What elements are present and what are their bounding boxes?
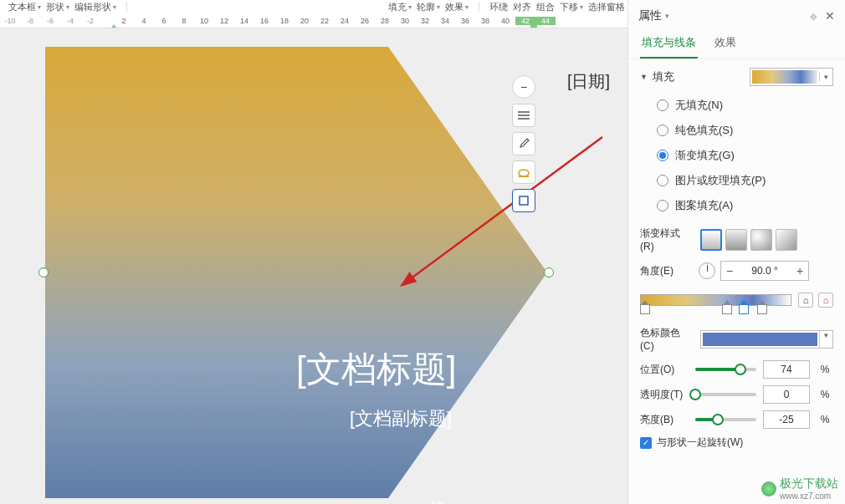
grad-stop-1[interactable]: [640, 304, 650, 316]
transparency-label: 透明度(T): [640, 388, 689, 402]
position-label: 位置(O): [640, 363, 689, 377]
transparency-value[interactable]: 0: [763, 385, 810, 404]
stop-color-dropdown[interactable]: ▾: [700, 330, 833, 349]
gradient-bar[interactable]: [640, 294, 791, 306]
tb-effects[interactable]: 效果▾: [445, 1, 469, 13]
remove-stop-button[interactable]: ⌂: [818, 293, 833, 308]
grad-style-linear[interactable]: [700, 229, 722, 251]
angle-spinner[interactable]: − 90.0 ° +: [720, 261, 809, 281]
gradient-editor[interactable]: ⌂ ⌂: [640, 289, 833, 318]
toolbar-mid: 填充▾ 轮廓▾ 效果▾: [388, 1, 469, 13]
grad-style-options: [700, 229, 797, 251]
resize-handle-left[interactable]: [38, 267, 49, 277]
tb-fill[interactable]: 填充▾: [388, 1, 412, 13]
position-slider[interactable]: [695, 368, 756, 371]
panel-header: 属性▾ ⟐ ✕: [628, 0, 845, 28]
pentagon-shape-svg: [45, 47, 547, 498]
tb-down[interactable]: 下移▾: [560, 1, 583, 13]
tb-wrap[interactable]: 环绕: [489, 1, 508, 13]
grad-style-radial[interactable]: [750, 229, 772, 251]
angle-minus[interactable]: −: [721, 264, 738, 277]
pin-icon[interactable]: ⟐: [810, 9, 817, 23]
radio-solid-fill[interactable]: 纯色填充(S): [657, 123, 828, 138]
radio-gradient-fill[interactable]: 渐变填充(G): [657, 148, 828, 163]
watermark-icon: [761, 481, 776, 496]
selected-shape[interactable]: [文档标题] [文档副标题] 摘: [45, 47, 547, 498]
radio-picture-fill[interactable]: 图片或纹理填充(P): [657, 173, 828, 188]
ruler-margin-marker[interactable]: [530, 23, 537, 28]
doc-title-placeholder[interactable]: [文档标题]: [296, 346, 456, 393]
fill-tool-button[interactable]: [512, 160, 535, 184]
grad-stop-3[interactable]: [739, 304, 749, 316]
angle-label: 角度(E): [640, 264, 694, 278]
position-value[interactable]: 74: [763, 360, 810, 379]
tb-shape[interactable]: 形状▾: [46, 1, 69, 13]
svg-marker-0: [45, 47, 547, 498]
tb-editshape[interactable]: 编辑形状▾: [74, 1, 116, 13]
panel-title[interactable]: 属性▾: [638, 8, 669, 23]
svg-point-2: [519, 170, 529, 176]
add-stop-button[interactable]: ⌂: [798, 293, 813, 308]
close-icon[interactable]: ✕: [825, 9, 835, 23]
rotate-with-shape-row[interactable]: ✓ 与形状一起旋转(W): [640, 435, 833, 450]
doc-bottom-text: 摘: [430, 498, 445, 504]
resize-handle-right[interactable]: [544, 267, 554, 277]
rotate-label: 与形状一起旋转(W): [657, 435, 743, 450]
transparency-slider[interactable]: [695, 393, 756, 396]
watermark: 极光下载站 www.xz7.com: [761, 476, 838, 501]
tb-align[interactable]: 对齐: [513, 1, 531, 13]
grad-stop-2[interactable]: [722, 304, 732, 316]
floating-palette: −: [512, 75, 537, 212]
tb-selpane[interactable]: 选择窗格: [588, 1, 625, 13]
toolbar-right: 环绕 对齐 组合 下移▾ 选择窗格: [489, 1, 625, 13]
grad-stop-4[interactable]: [757, 304, 767, 316]
fill-type-radios: 无填充(N) 纯色填充(S) 渐变填充(G) 图片或纹理填充(P) 图案填充(A…: [640, 93, 833, 218]
doc-subtitle-placeholder[interactable]: [文档副标题]: [350, 406, 452, 431]
radio-no-fill[interactable]: 无填充(N): [657, 98, 828, 113]
angle-plus[interactable]: +: [791, 264, 808, 277]
svg-rect-3: [520, 196, 528, 205]
brightness-value[interactable]: -25: [763, 410, 810, 429]
tb-group[interactable]: 组合: [536, 1, 555, 13]
outline-view-button[interactable]: [512, 104, 535, 127]
tb-outline[interactable]: 轮廓▾: [417, 1, 440, 13]
tb-textbox[interactable]: 文本框▾: [8, 1, 41, 13]
crop-tool-button[interactable]: [512, 189, 535, 212]
grad-style-opt4[interactable]: [776, 229, 797, 251]
rotate-checkbox[interactable]: ✓: [640, 437, 652, 449]
brightness-slider[interactable]: [695, 418, 756, 421]
page: [文档标题] [文档副标题] 摘 [日期]: [45, 38, 547, 504]
toolbar-left: 文本框▾ 形状▾ 编辑形状▾: [8, 1, 116, 13]
grad-style-label: 渐变样式(R): [640, 227, 694, 252]
zoom-out-button[interactable]: −: [512, 75, 535, 99]
brightness-label: 亮度(B): [640, 413, 689, 427]
grad-style-opt2[interactable]: [725, 229, 747, 251]
panel-tabs: 填充与线条 效果: [628, 28, 845, 59]
fill-section: ▼填充 ▾ 无填充(N) 纯色填充(S) 渐变填充(G) 图片或纹理填充(P) …: [628, 59, 845, 458]
stop-color-label: 色标颜色(C): [640, 326, 694, 352]
angle-dial[interactable]: [699, 262, 715, 279]
tab-fill-line[interactable]: 填充与线条: [640, 28, 698, 59]
tab-effect[interactable]: 效果: [713, 28, 738, 59]
fill-section-label[interactable]: ▼填充: [640, 69, 674, 84]
radio-pattern-fill[interactable]: 图案填充(A): [657, 198, 828, 213]
ruler-horizontal: -10 -8 -6 -4 -2 2 4 6 8 10 12 14 16 18 2…: [0, 13, 627, 28]
fill-swatch-dropdown[interactable]: ▾: [750, 68, 833, 86]
eyedropper-button[interactable]: [512, 132, 535, 155]
document-canvas[interactable]: [文档标题] [文档副标题] 摘 [日期] −: [0, 28, 627, 504]
date-placeholder[interactable]: [日期]: [567, 70, 610, 93]
properties-panel: 属性▾ ⟐ ✕ 填充与线条 效果 ▼填充 ▾ 无填充(N) 纯色填充(S) 渐变…: [627, 0, 845, 504]
